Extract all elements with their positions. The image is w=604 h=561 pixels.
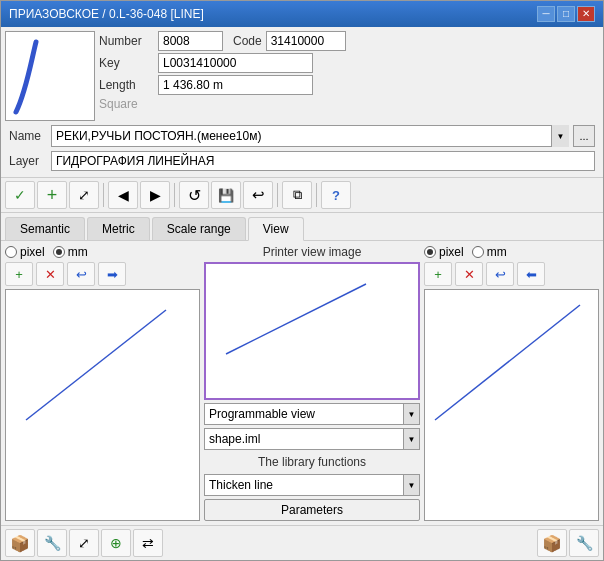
layer-row: Layer ГИДРОГРАФИЯ ЛИНЕЙНАЯ bbox=[5, 151, 599, 173]
plus-icon: + bbox=[47, 185, 58, 206]
tab-metric[interactable]: Metric bbox=[87, 217, 150, 240]
left-fwd-btn[interactable]: ➡ bbox=[98, 262, 126, 286]
left-pixel-label: pixel bbox=[20, 245, 45, 259]
name-dropdown-arrow[interactable]: ▼ bbox=[551, 125, 569, 147]
thicken-dropdown[interactable]: Thicken line ▼ bbox=[204, 474, 420, 496]
toolbar-separator-4 bbox=[316, 183, 317, 207]
title-bar: ПРИАЗОВСКОЕ / 0.L-36-048 [LINE] ─ □ ✕ bbox=[1, 1, 603, 27]
close-button[interactable]: ✕ bbox=[577, 6, 595, 22]
bottom-toolbar: 📦 🔧 ⤢ ⊕ ⇄ 📦 🔧 bbox=[1, 525, 603, 560]
left-mm-option[interactable]: mm bbox=[53, 245, 88, 259]
tab-semantic[interactable]: Semantic bbox=[5, 217, 85, 240]
length-label: Length bbox=[99, 78, 154, 92]
window-title: ПРИАЗОВСКОЕ / 0.L-36-048 [LINE] bbox=[9, 7, 204, 21]
left-back-btn[interactable]: ↩ bbox=[67, 262, 95, 286]
save-icon: 💾 bbox=[218, 188, 234, 203]
shape-dropdown-arrow[interactable]: ▼ bbox=[403, 429, 419, 449]
right-add-btn[interactable]: + bbox=[424, 262, 452, 286]
layer-value[interactable]: ГИДРОГРАФИЯ ЛИНЕЙНАЯ bbox=[51, 151, 595, 171]
right-back-btn[interactable]: ↩ bbox=[486, 262, 514, 286]
library-text: The library functions bbox=[204, 453, 420, 471]
right-pixel-option[interactable]: pixel bbox=[424, 245, 464, 259]
right-mm-radio[interactable] bbox=[472, 246, 484, 258]
svg-line-0 bbox=[26, 310, 166, 420]
undo-icon: ↩ bbox=[252, 186, 265, 204]
shape-dropdown[interactable]: shape.iml ▼ bbox=[204, 428, 420, 450]
right-pixel-radio[interactable] bbox=[424, 246, 436, 258]
square-label: Square bbox=[99, 97, 154, 111]
prev-button[interactable]: ◀ bbox=[108, 181, 138, 209]
left-mm-label: mm bbox=[68, 245, 88, 259]
number-value[interactable]: 8008 bbox=[158, 31, 223, 51]
bottom-export-icon: 📦 bbox=[10, 534, 30, 553]
left-add-btn[interactable]: + bbox=[5, 262, 33, 286]
code-label: Code bbox=[233, 34, 262, 48]
maximize-button[interactable]: □ bbox=[557, 6, 575, 22]
right-mm-option[interactable]: mm bbox=[472, 245, 507, 259]
name-display[interactable]: РЕКИ,РУЧЬИ ПОСТОЯН.(менее10м) bbox=[51, 125, 569, 147]
save-button[interactable]: 💾 bbox=[211, 181, 241, 209]
length-value[interactable]: 1 436.80 m bbox=[158, 75, 313, 95]
left-pixel-option[interactable]: pixel bbox=[5, 245, 45, 259]
copy-icon: ⧉ bbox=[293, 187, 302, 203]
center-title: Printer view image bbox=[204, 245, 420, 259]
tab-semantic-label: Semantic bbox=[20, 222, 70, 236]
code-value[interactable]: 31410000 bbox=[266, 31, 346, 51]
number-label: Number bbox=[99, 34, 154, 48]
right-options-row: pixel mm bbox=[424, 245, 599, 259]
svg-line-1 bbox=[226, 284, 366, 354]
object-preview bbox=[5, 31, 95, 121]
tab-view[interactable]: View bbox=[248, 217, 304, 241]
name-extra-button[interactable]: ... bbox=[573, 125, 595, 147]
right-pixel-label: pixel bbox=[439, 245, 464, 259]
bottom-export-btn[interactable]: 📦 bbox=[5, 529, 35, 557]
programmable-dropdown[interactable]: Programmable view ▼ bbox=[204, 403, 420, 425]
tab-scale-range-label: Scale range bbox=[167, 222, 231, 236]
toolbar-separator-2 bbox=[174, 183, 175, 207]
help-icon: ? bbox=[332, 188, 340, 203]
minimize-button[interactable]: ─ bbox=[537, 6, 555, 22]
right-preview-canvas bbox=[424, 289, 599, 521]
bottom-arrows-btn[interactable]: ⇄ bbox=[133, 529, 163, 557]
bottom-target-btn[interactable]: ⊕ bbox=[101, 529, 131, 557]
programmable-dropdown-arrow[interactable]: ▼ bbox=[403, 404, 419, 424]
add-button[interactable]: + bbox=[37, 181, 67, 209]
key-value[interactable]: L0031410000 bbox=[158, 53, 313, 73]
left-pixel-radio[interactable] bbox=[5, 246, 17, 258]
bottom-expand-icon: ⤢ bbox=[78, 535, 90, 551]
refresh-button[interactable]: ↺ bbox=[179, 181, 209, 209]
check-icon: ✓ bbox=[14, 187, 26, 203]
left-remove-btn[interactable]: ✕ bbox=[36, 262, 64, 286]
undo-button[interactable]: ↩ bbox=[243, 181, 273, 209]
right-btn-row: + ✕ ↩ ⬅ bbox=[424, 262, 599, 286]
expand-icon: ⤢ bbox=[78, 187, 90, 203]
left-mm-radio[interactable] bbox=[53, 246, 65, 258]
copy-button[interactable]: ⧉ bbox=[282, 181, 312, 209]
main-toolbar: ✓ + ⤢ ◀ ▶ ↺ 💾 ↩ ⧉ ? bbox=[1, 178, 603, 213]
left-add-icon: + bbox=[15, 267, 23, 282]
tab-view-label: View bbox=[263, 222, 289, 236]
tab-scale-range[interactable]: Scale range bbox=[152, 217, 246, 240]
key-label: Key bbox=[99, 56, 154, 70]
view-panel-center: Printer view image Programmable view ▼ s… bbox=[204, 245, 420, 521]
bottom-export-right-btn[interactable]: 📦 bbox=[537, 529, 567, 557]
thicken-label: Thicken line bbox=[209, 478, 403, 492]
expand-button[interactable]: ⤢ bbox=[69, 181, 99, 209]
thicken-dropdown-arrow[interactable]: ▼ bbox=[403, 475, 419, 495]
check-button[interactable]: ✓ bbox=[5, 181, 35, 209]
right-add-icon: + bbox=[434, 267, 442, 282]
right-fwd-btn[interactable]: ⬅ bbox=[517, 262, 545, 286]
play-button[interactable]: ▶ bbox=[140, 181, 170, 209]
help-button[interactable]: ? bbox=[321, 181, 351, 209]
key-row: Key L0031410000 bbox=[99, 53, 599, 73]
main-window: ПРИАЗОВСКОЕ / 0.L-36-048 [LINE] ─ □ ✕ Nu… bbox=[0, 0, 604, 561]
name-label: Name bbox=[9, 129, 47, 143]
left-remove-icon: ✕ bbox=[45, 267, 56, 282]
parameters-button[interactable]: Parameters bbox=[204, 499, 420, 521]
right-back-icon: ↩ bbox=[495, 267, 506, 282]
bottom-tool-right-btn[interactable]: 🔧 bbox=[569, 529, 599, 557]
right-remove-btn[interactable]: ✕ bbox=[455, 262, 483, 286]
bottom-expand-btn[interactable]: ⤢ bbox=[69, 529, 99, 557]
name-select-wrapper: РЕКИ,РУЧЬИ ПОСТОЯН.(менее10м) ▼ bbox=[51, 125, 569, 147]
bottom-tool-btn[interactable]: 🔧 bbox=[37, 529, 67, 557]
